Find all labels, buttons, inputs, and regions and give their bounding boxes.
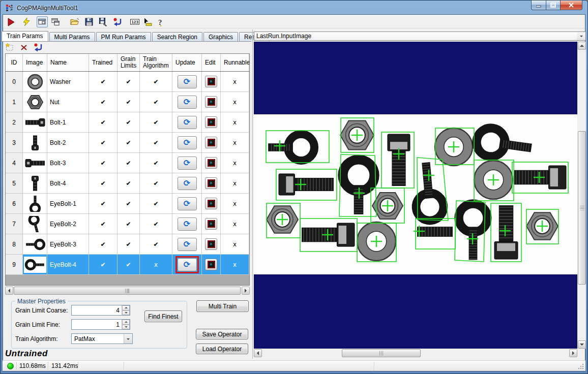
- cell-id: 0: [6, 72, 23, 92]
- grain-limit-fine-spinner[interactable]: 1: [71, 319, 130, 330]
- cell-trained: ✔: [89, 214, 117, 234]
- update-button[interactable]: [178, 116, 197, 129]
- grid-row-bolt-3[interactable]: 4Bolt-3✔✔✔x: [6, 153, 249, 173]
- update-button[interactable]: [178, 197, 197, 210]
- reset-pattern-icon[interactable]: [34, 43, 43, 52]
- fine-spin-up[interactable]: [122, 320, 130, 325]
- scroll-left-arrow[interactable]: [5, 287, 13, 295]
- titlebar[interactable]: CogPMAlignMultiTool1: [6, 3, 78, 13]
- column-header-image[interactable]: Image: [23, 54, 47, 71]
- edit-pattern-button[interactable]: [205, 198, 217, 209]
- cell-grain-limits: ✔: [117, 72, 140, 92]
- multi-train-button[interactable]: Multi Train: [196, 300, 249, 312]
- column-header-train-algorithm[interactable]: Train Algorithm: [140, 54, 172, 71]
- dropdown-arrow-icon[interactable]: [124, 334, 132, 344]
- column-header-edit[interactable]: Edit: [202, 54, 221, 71]
- scroll-up-arrow[interactable]: [578, 42, 586, 50]
- image-vscroll-thumb[interactable]: [578, 131, 586, 285]
- grid-row-eyebolt-4[interactable]: 9EyeBolt-4✔✔xx: [6, 255, 249, 275]
- maximize-button[interactable]: [546, 1, 561, 10]
- image-hscrollbar[interactable]: [254, 349, 577, 357]
- copy-pane-icon[interactable]: [50, 16, 61, 27]
- tab-search-region[interactable]: Search Region: [152, 32, 202, 41]
- grid-row-bolt-2[interactable]: 3Bolt-2✔✔✔x: [6, 133, 249, 153]
- image-hscroll-thumb[interactable]: [342, 349, 421, 357]
- edit-pattern-button[interactable]: [205, 218, 217, 230]
- find-finest-button[interactable]: Find Finest: [144, 310, 182, 322]
- measure-tool-icon[interactable]: [142, 16, 153, 27]
- column-header-name[interactable]: Name: [47, 54, 89, 71]
- edit-pattern-button[interactable]: [205, 116, 217, 128]
- column-header-update[interactable]: Update: [172, 54, 202, 71]
- load-operator-button[interactable]: Load Operator: [196, 344, 248, 354]
- tab-multi-params[interactable]: Multi Params: [49, 32, 95, 41]
- image-vscrollbar[interactable]: [578, 42, 586, 349]
- edit-pattern-button[interactable]: [205, 96, 217, 108]
- grid-row-bolt-4[interactable]: 5Bolt-4✔✔✔x: [6, 173, 249, 194]
- display-image-selector[interactable]: LastRun.InputImage: [254, 32, 586, 41]
- reset-tool-icon[interactable]: [112, 16, 123, 27]
- scroll-left-arrow[interactable]: [254, 349, 262, 357]
- coarse-spin-up[interactable]: [122, 305, 130, 310]
- tab-graphics[interactable]: Graphics: [203, 32, 238, 41]
- close-button[interactable]: [561, 1, 582, 10]
- save-file-as-icon[interactable]: [98, 16, 109, 27]
- column-header-id[interactable]: ID: [6, 54, 23, 71]
- edit-pattern-button[interactable]: [205, 137, 217, 148]
- update-button[interactable]: [178, 96, 197, 109]
- column-header-trained[interactable]: Trained: [89, 54, 117, 71]
- electric-run-icon[interactable]: [21, 16, 32, 27]
- grain-limit-coarse-value[interactable]: 4: [72, 305, 122, 315]
- save-file-icon[interactable]: [83, 16, 95, 27]
- update-button[interactable]: [178, 136, 197, 149]
- grid-hscrollbar[interactable]: [5, 287, 250, 295]
- grid-row-eyebolt-1[interactable]: 6EyeBolt-1✔✔✔x: [6, 194, 249, 214]
- pattern-grid[interactable]: IDImageNameTrainedGrain LimitsTrain Algo…: [5, 53, 250, 286]
- edit-pattern-button[interactable]: [205, 238, 217, 250]
- grid-row-washer[interactable]: 0Washer✔✔✔x: [6, 72, 249, 92]
- fine-spin-down[interactable]: [122, 325, 130, 330]
- help-icon[interactable]: ?: [155, 16, 166, 27]
- scroll-right-arrow[interactable]: [569, 349, 577, 357]
- tab-pm-run-params[interactable]: PM Run Params: [96, 32, 151, 41]
- scroll-right-arrow[interactable]: [242, 287, 250, 295]
- update-button[interactable]: [178, 75, 197, 88]
- grid-hscroll-thumb[interactable]: [14, 287, 241, 295]
- display-selector-arrow-icon[interactable]: [577, 32, 585, 40]
- update-button[interactable]: [178, 238, 197, 251]
- grid-row-eyebolt-2[interactable]: 7EyeBolt-2✔✔✔x: [6, 214, 249, 234]
- edit-pattern-button[interactable]: [205, 76, 217, 87]
- update-wrap: [175, 154, 199, 172]
- update-button[interactable]: [178, 157, 197, 170]
- show-result-values-icon[interactable]: 123: [129, 16, 140, 27]
- column-header-runnable[interactable]: Runnable: [221, 54, 249, 71]
- grain-limit-fine-value[interactable]: 1: [72, 320, 122, 329]
- edit-pattern-button[interactable]: [205, 177, 217, 189]
- tab-train-params[interactable]: Train Params: [2, 31, 48, 41]
- edit-pattern-button[interactable]: [205, 157, 217, 169]
- update-button[interactable]: [178, 177, 197, 190]
- grain-limit-coarse-spinner[interactable]: 4: [71, 305, 130, 316]
- edit-pattern-button[interactable]: [205, 259, 217, 270]
- cell-image: [23, 234, 47, 255]
- save-operator-button[interactable]: Save Operator: [196, 329, 248, 339]
- resize-grip[interactable]: [578, 363, 584, 369]
- image-viewport[interactable]: [254, 42, 577, 349]
- update-button[interactable]: [178, 258, 197, 271]
- run-tool-icon[interactable]: [5, 16, 16, 27]
- delete-pattern-icon[interactable]: [19, 43, 28, 52]
- open-file-icon[interactable]: [69, 16, 80, 27]
- coarse-spin-down[interactable]: [122, 310, 130, 316]
- float-pane-toggle-icon[interactable]: [37, 16, 48, 27]
- grid-row-nut[interactable]: 1Nut✔✔✔x: [6, 92, 249, 112]
- new-pattern-icon[interactable]: [5, 43, 14, 52]
- grid-row-bolt-1[interactable]: 2Bolt-1✔✔✔x: [6, 112, 249, 133]
- minimize-button[interactable]: [531, 1, 546, 10]
- cell-grain-limits: ✔: [117, 255, 140, 275]
- scroll-down-arrow[interactable]: [578, 340, 586, 349]
- update-button[interactable]: [178, 217, 197, 231]
- cell-update: [172, 214, 202, 234]
- grid-row-eyebolt-3[interactable]: 8EyeBolt-3✔✔✔x: [6, 234, 249, 255]
- column-header-grain-limits[interactable]: Grain Limits: [117, 54, 140, 71]
- train-algorithm-dropdown[interactable]: PatMax: [71, 333, 133, 344]
